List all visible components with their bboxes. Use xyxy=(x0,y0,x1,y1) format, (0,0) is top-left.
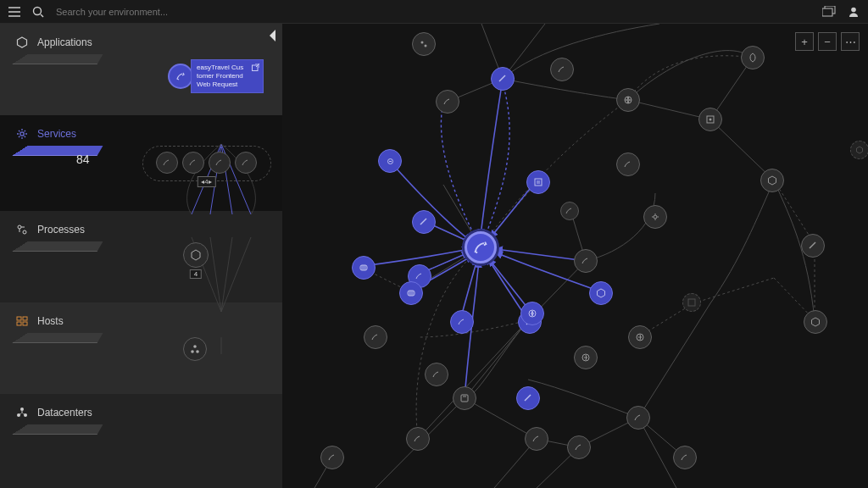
graph-node[interactable] xyxy=(628,325,652,349)
graph-node[interactable] xyxy=(453,386,476,410)
layer-label: Applications xyxy=(37,36,92,48)
layer-underline xyxy=(13,424,103,435)
graph-node[interactable] xyxy=(698,108,722,131)
layer-underline xyxy=(13,333,103,343)
sidebar: Applications Services 84 Processes xyxy=(0,24,282,488)
datacenter-node[interactable] xyxy=(183,337,207,361)
svg-rect-11 xyxy=(23,322,27,325)
graph-node[interactable] xyxy=(574,249,598,273)
graph-node[interactable] xyxy=(560,202,579,220)
svg-point-0 xyxy=(34,7,42,14)
graph-node[interactable] xyxy=(801,234,825,258)
process-cluster[interactable]: ◂4▸ xyxy=(149,151,264,186)
layer-label: Datacenters xyxy=(37,407,92,419)
layer-underline xyxy=(13,241,103,252)
svg-point-6 xyxy=(18,225,21,229)
graph-node[interactable] xyxy=(412,210,436,234)
graph-node[interactable] xyxy=(378,149,402,173)
tooltip-line: tomer Frontend xyxy=(197,72,243,80)
svg-point-25 xyxy=(425,45,427,47)
graph-node[interactable] xyxy=(673,446,697,469)
graph-node[interactable] xyxy=(589,281,613,305)
cluster-count-badge: ◂4▸ xyxy=(197,176,215,187)
svg-rect-10 xyxy=(17,322,21,325)
open-external-icon[interactable] xyxy=(252,64,259,74)
graph-node-dim[interactable] xyxy=(850,141,868,159)
host-node[interactable]: 4 xyxy=(183,242,209,268)
services-icon xyxy=(15,127,29,141)
svg-rect-32 xyxy=(461,395,468,402)
search-input[interactable] xyxy=(56,7,242,17)
selected-service-node[interactable]: easyTravel Cus tomer Frontend Web Reques… xyxy=(168,59,264,93)
graph-node[interactable] xyxy=(399,281,423,305)
svg-point-29 xyxy=(654,215,657,219)
graph-node[interactable] xyxy=(320,446,344,469)
graph-node[interactable] xyxy=(352,256,376,280)
graph-node[interactable] xyxy=(616,152,640,176)
graph-node-dim[interactable] xyxy=(682,293,701,312)
svg-point-24 xyxy=(421,42,424,44)
graph-node[interactable] xyxy=(574,346,598,369)
processes-icon xyxy=(15,223,29,236)
graph-node[interactable] xyxy=(760,169,784,192)
menu-icon[interactable] xyxy=(8,7,20,17)
graph-node[interactable] xyxy=(525,427,548,451)
svg-point-17 xyxy=(191,350,194,353)
top-bar xyxy=(0,0,868,24)
layer-label: Processes xyxy=(37,224,85,236)
user-icon[interactable] xyxy=(848,6,860,18)
dependency-graph[interactable]: + − ⋯ xyxy=(282,24,868,488)
graph-node[interactable] xyxy=(516,386,540,410)
graph-node[interactable] xyxy=(520,302,544,325)
windows-icon[interactable] xyxy=(822,6,836,17)
svg-point-12 xyxy=(20,408,24,411)
layer-label: Services xyxy=(37,128,76,140)
svg-rect-8 xyxy=(17,317,21,320)
svg-point-7 xyxy=(23,230,26,234)
graph-node[interactable] xyxy=(804,310,827,334)
service-icon xyxy=(168,64,193,89)
graph-node[interactable] xyxy=(550,58,574,81)
host-count-badge: 4 xyxy=(190,269,202,279)
layer-underline xyxy=(13,54,103,64)
svg-rect-2 xyxy=(822,8,832,16)
layer-label: Hosts xyxy=(37,315,64,327)
datacenter-icon xyxy=(183,337,207,361)
stack-panel: easyTravel Cus tomer Frontend Web Reques… xyxy=(141,24,282,488)
graph-node[interactable] xyxy=(567,435,591,459)
graph-node[interactable] xyxy=(741,46,765,69)
host-icon xyxy=(183,242,209,268)
graph-node[interactable] xyxy=(643,205,667,229)
svg-marker-4 xyxy=(18,37,27,47)
tooltip-line: easyTravel Cus xyxy=(197,64,243,71)
hosts-icon xyxy=(15,314,29,328)
graph-node[interactable] xyxy=(450,310,474,334)
svg-point-5 xyxy=(20,132,24,136)
graph-node[interactable] xyxy=(526,170,550,194)
graph-node[interactable] xyxy=(364,325,387,349)
svg-rect-33 xyxy=(688,299,695,306)
svg-point-28 xyxy=(709,119,712,121)
graph-node[interactable] xyxy=(616,88,640,112)
graph-node[interactable] xyxy=(626,406,650,430)
collapse-sidebar-icon[interactable] xyxy=(267,29,277,46)
applications-icon xyxy=(15,36,29,49)
svg-rect-22 xyxy=(535,179,542,186)
service-tooltip[interactable]: easyTravel Cus tomer Frontend Web Reques… xyxy=(191,59,264,93)
tooltip-line: Web Request xyxy=(197,80,237,88)
services-count: 84 xyxy=(76,152,90,166)
search-icon[interactable] xyxy=(32,6,44,18)
graph-node[interactable] xyxy=(412,32,436,56)
graph-node[interactable] xyxy=(436,90,459,114)
graph-node[interactable] xyxy=(425,363,448,386)
svg-point-18 xyxy=(196,350,199,353)
svg-point-16 xyxy=(193,345,197,348)
graph-node-selected[interactable] xyxy=(465,231,497,263)
graph-node[interactable] xyxy=(491,67,515,91)
svg-rect-9 xyxy=(23,317,27,320)
svg-point-3 xyxy=(851,7,856,12)
graph-node[interactable] xyxy=(406,427,430,451)
datacenters-icon xyxy=(15,406,29,419)
